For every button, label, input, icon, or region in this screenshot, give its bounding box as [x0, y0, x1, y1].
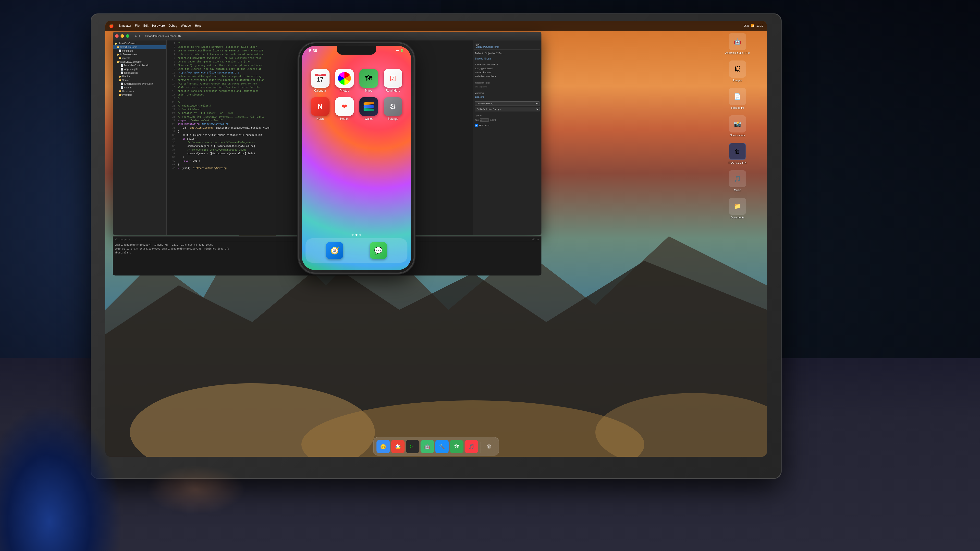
- news-icon[interactable]: N: [311, 97, 329, 116]
- xcode-run-button[interactable]: ▶: [135, 35, 137, 38]
- line-endings-select[interactable]: Git Default Line Endings: [475, 107, 539, 111]
- file-tree-item-main[interactable]: 📄 main.m: [113, 86, 166, 89]
- file-tree-item-source[interactable]: 📂 Source: [113, 78, 166, 82]
- menubar-menu-edit[interactable]: Edit: [143, 24, 148, 27]
- app-row-2: N News ❤ Health: [308, 97, 405, 121]
- dock-safari-icon[interactable]: 🧭: [326, 242, 343, 259]
- macbook-laptop: 🍎 Simulator File Edit Hardware Debug Win…: [91, 13, 781, 479]
- dock-music[interactable]: 🎵: [465, 440, 478, 453]
- console-filter[interactable]: Filter: [531, 238, 539, 241]
- console-tab-all[interactable]: All Output ▼: [115, 238, 130, 241]
- hand-on-keyboard: [147, 465, 245, 514]
- menubar-right: 96% 📶 17:30: [744, 24, 763, 27]
- file-tree-item-appdelegate[interactable]: 📄 AppDelegate: [113, 67, 166, 71]
- file-tree-item-tagimages[interactable]: 📄 tagImages.h: [113, 71, 166, 75]
- maps-icon[interactable]: 🗺: [360, 69, 378, 88]
- dock-trash[interactable]: 🗑: [482, 440, 496, 453]
- xcode-project-title: SmartJobBoard — iPhone XR: [145, 35, 181, 38]
- dock-messages-icon[interactable]: 💬: [370, 242, 387, 259]
- wrap-lines-checkbox[interactable]: [475, 124, 478, 127]
- wallet-icon[interactable]: [360, 97, 378, 116]
- dock-xcode[interactable]: 🔨: [435, 440, 449, 453]
- xcode-toolbar-buttons: ▶ ⏹: [135, 35, 141, 38]
- app-news[interactable]: N News: [309, 97, 331, 121]
- desktop-icon-desktop-ini[interactable]: 📄 desktop.ini: [715, 88, 759, 109]
- file-tree-item-plugins[interactable]: 📂 Plugins: [113, 75, 166, 78]
- health-icon[interactable]: ❤: [335, 97, 354, 116]
- android-studio-icon[interactable]: 🤖: [729, 33, 746, 50]
- file-tree-item-resources[interactable]: 📂 Resources: [113, 89, 166, 93]
- photos-icon[interactable]: [335, 69, 354, 88]
- screenshots-icon[interactable]: 📸: [729, 115, 746, 132]
- iphone-notch: [337, 46, 376, 55]
- page-dot-1: [352, 234, 353, 236]
- file-tree-item-products[interactable]: 📂 Products: [113, 93, 166, 97]
- app-health[interactable]: ❤ Health: [333, 97, 355, 121]
- file-tree-root-label: SmartJobBoard: [118, 42, 135, 45]
- menubar-menu-hardware[interactable]: Hardware: [152, 24, 165, 27]
- file-tree-item-smartjobboard[interactable]: 📂 SmartJobBoard: [113, 45, 166, 49]
- music-label: Music: [734, 189, 741, 192]
- file-tree-item-mainvc-xib[interactable]: 📄 MainViewController.xib: [113, 64, 166, 67]
- music-icon[interactable]: 🎵: [729, 170, 746, 187]
- menubar-menu-help[interactable]: Help: [195, 24, 201, 27]
- reminders-icon[interactable]: ☑: [384, 69, 402, 88]
- desktop-ini-icon[interactable]: 📄: [729, 88, 746, 105]
- app-settings[interactable]: ⚙ Settings: [382, 97, 404, 121]
- window-minimize-button[interactable]: [121, 34, 124, 38]
- dock-finder[interactable]: 😊: [377, 440, 390, 453]
- desktop-icon-android-studio[interactable]: 🤖 Android Studio 3.3.0: [715, 33, 759, 54]
- desktop-icon-documents[interactable]: 📁 Documents: [715, 198, 759, 219]
- dock-maps[interactable]: 🗺: [450, 440, 463, 453]
- desktop-icon-images[interactable]: 🖼 Images: [715, 60, 759, 82]
- dock-terminal[interactable]: >_: [406, 440, 420, 453]
- health-label: Health: [340, 117, 348, 121]
- desktop-icon-recycle-bin[interactable]: 🗑 RECYCLE BIN: [715, 143, 759, 164]
- xcode-stop-button[interactable]: ⏹: [138, 35, 141, 38]
- iphone-simulator: 5:36 ▪▪▪ 🔋 SUN: [299, 43, 414, 273]
- recycle-bin-icon[interactable]: 🗑: [729, 143, 746, 160]
- app-wallet[interactable]: Wallet: [358, 97, 380, 121]
- settings-gear-icon: ⚙: [390, 102, 396, 111]
- app-reminders[interactable]: ☑ Reminders: [382, 69, 404, 92]
- iphone-screen: 5:36 ▪▪▪ 🔋 SUN: [302, 46, 411, 270]
- svg-point-6: [397, 446, 399, 448]
- iphone-battery-icon: 🔋: [400, 49, 404, 52]
- dock-chrome[interactable]: [391, 440, 405, 453]
- file-tree-item-in-development[interactable]: 📂 In Development: [113, 52, 166, 56]
- app-maps[interactable]: 🗺 Maps: [358, 69, 380, 92]
- settings-icon[interactable]: ⚙: [384, 97, 402, 116]
- images-label: Images: [733, 79, 742, 82]
- settings-label: Settings: [388, 117, 398, 121]
- iphone-app-grid: SUN 17 Calendar Photos: [302, 65, 411, 129]
- iphone-dock: 🧭 💬: [305, 238, 407, 263]
- documents-folder-icon[interactable]: 📁: [729, 198, 746, 215]
- window-close-button[interactable]: [115, 34, 119, 38]
- iphone-status-icons: ▪▪▪ 🔋: [396, 49, 404, 52]
- file-tree-root[interactable]: 📁 SmartJobBoard: [113, 41, 166, 45]
- file-tree-item-config[interactable]: 📄 config.xml: [113, 49, 166, 52]
- calendar-icon[interactable]: SUN 17: [311, 69, 329, 88]
- menubar-menu-debug[interactable]: Debug: [169, 24, 177, 27]
- dock-android-studio[interactable]: 🤖: [421, 440, 434, 453]
- app-calendar[interactable]: SUN 17 Calendar: [309, 69, 331, 92]
- macbook-screen: 🍎 Simulator File Edit Hardware Debug Win…: [105, 21, 767, 457]
- xcode-right-panel: type MainViewController.m Default - Obje…: [473, 40, 541, 235]
- menubar-menu-window[interactable]: Window: [181, 24, 191, 27]
- desktop-icon-music[interactable]: 🎵 Music: [715, 170, 759, 192]
- file-tree-item-prefix[interactable]: 📄 SmartJobBoard-Prefix.pch: [113, 82, 166, 86]
- images-folder-icon[interactable]: 🖼: [729, 60, 746, 78]
- wrap-lines-label: Wrap lines: [479, 123, 489, 127]
- desktop-ini-label: desktop.ini: [731, 106, 744, 109]
- encoding-select[interactable]: Unicode (UTF-8): [475, 102, 539, 106]
- spaces-input[interactable]: [480, 118, 488, 122]
- menubar-left: 🍎 Simulator File Edit Hardware Debug Win…: [109, 24, 201, 28]
- page-dot-2: [355, 234, 358, 236]
- menubar-menu-file[interactable]: File: [135, 24, 140, 27]
- app-photos[interactable]: Photos: [333, 69, 355, 92]
- file-tree-item-models[interactable]: 📁 models: [113, 56, 166, 60]
- mac-dock: 😊 >_ 🤖 🔨 🗺 🎵 🗑: [373, 437, 499, 456]
- file-tree-item-mainvc[interactable]: 📂 MainViewController: [113, 60, 166, 64]
- window-maximize-button[interactable]: [126, 34, 129, 38]
- desktop-icon-screenshots[interactable]: 📸 Screenshots: [715, 115, 759, 137]
